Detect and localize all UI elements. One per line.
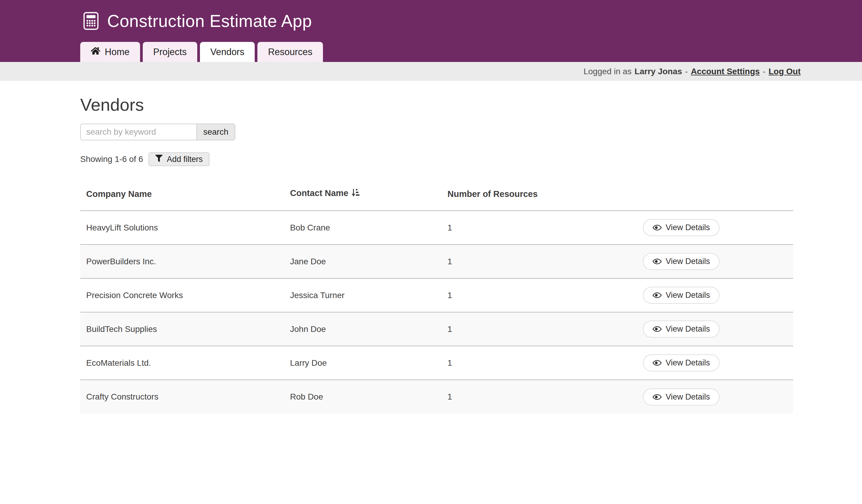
tab-vendors-label: Vendors <box>210 47 245 57</box>
company-name-cell: PowerBuilders Inc. <box>80 244 284 278</box>
company-name-cell: EcoMaterials Ltd. <box>80 346 284 380</box>
separator: - <box>685 67 688 76</box>
logged-in-prefix: Logged in as <box>584 67 631 76</box>
add-filters-label: Add filters <box>167 155 203 164</box>
calculator-icon <box>83 12 99 30</box>
tab-resources[interactable]: Resources <box>257 42 323 62</box>
company-name-cell: BuildTech Supplies <box>80 312 284 346</box>
view-details-button[interactable]: View Details <box>643 253 720 270</box>
log-out-link[interactable]: Log Out <box>769 67 801 76</box>
tab-projects[interactable]: Projects <box>143 42 197 62</box>
account-settings-link[interactable]: Account Settings <box>691 67 760 76</box>
action-cell: View Details <box>643 380 793 414</box>
column-header-contact[interactable]: Contact Name <box>284 180 442 211</box>
table-row: BuildTech Supplies John Doe 1 View Detai… <box>80 312 793 346</box>
action-cell: View Details <box>643 278 793 312</box>
table-row: PowerBuilders Inc. Jane Doe 1 View Detai… <box>80 244 793 278</box>
view-details-button[interactable]: View Details <box>643 388 720 406</box>
tab-projects-label: Projects <box>153 47 187 57</box>
eye-icon <box>653 224 662 231</box>
search-input[interactable] <box>80 123 197 141</box>
table-header-row: Company Name Contact Name Number of Reso… <box>80 180 793 211</box>
view-details-button[interactable]: View Details <box>643 287 720 304</box>
brand: Construction Estimate App <box>0 0 862 42</box>
main-content: Vendors search Showing 1-6 of 6 Add filt… <box>0 95 862 414</box>
view-details-button[interactable]: View Details <box>643 219 720 236</box>
logged-in-username: Larry Jonas <box>635 67 682 76</box>
resource-count-cell: 1 <box>442 211 643 244</box>
filter-icon <box>155 155 162 164</box>
company-name-cell: Crafty Constructors <box>80 380 284 414</box>
results-row: Showing 1-6 of 6 Add filters <box>80 152 793 166</box>
results-summary: Showing 1-6 of 6 <box>80 155 143 164</box>
table-row: Crafty Constructors Rob Doe 1 View Detai… <box>80 380 793 414</box>
separator: - <box>763 67 765 76</box>
company-name-cell: Precision Concrete Works <box>80 278 284 312</box>
action-cell: View Details <box>643 346 793 380</box>
eye-icon <box>653 292 662 299</box>
action-cell: View Details <box>643 312 793 346</box>
user-bar: Logged in as Larry Jonas - Account Setti… <box>0 62 862 81</box>
contact-name-cell: Larry Doe <box>284 346 442 380</box>
contact-name-cell: Bob Crane <box>284 211 442 244</box>
resource-count-cell: 1 <box>442 380 643 414</box>
main-nav: Home Projects Vendors Resources <box>80 42 323 62</box>
eye-icon <box>653 360 662 366</box>
table-row: HeavyLift Solutions Bob Crane 1 View Det… <box>80 211 793 244</box>
view-details-button[interactable]: View Details <box>643 354 720 371</box>
contact-name-cell: John Doe <box>284 312 442 346</box>
action-cell: View Details <box>643 244 793 278</box>
tab-home[interactable]: Home <box>80 42 140 62</box>
tab-home-label: Home <box>105 47 130 57</box>
column-header-resources[interactable]: Number of Resources <box>442 180 643 211</box>
vendors-table: Company Name Contact Name Number of Reso… <box>80 180 793 414</box>
sort-amount-down-icon <box>351 190 360 199</box>
resource-count-cell: 1 <box>442 278 643 312</box>
search-group: search <box>80 123 235 141</box>
view-details-button[interactable]: View Details <box>643 320 720 337</box>
contact-name-cell: Jane Doe <box>284 244 442 278</box>
tab-vendors[interactable]: Vendors <box>200 42 255 62</box>
home-icon <box>91 47 100 57</box>
add-filters-button[interactable]: Add filters <box>148 152 209 166</box>
eye-icon <box>653 326 662 332</box>
contact-name-cell: Rob Doe <box>284 380 442 414</box>
resource-count-cell: 1 <box>442 312 643 346</box>
eye-icon <box>653 258 662 265</box>
column-header-actions <box>643 180 793 211</box>
table-row: Precision Concrete Works Jessica Turner … <box>80 278 793 312</box>
action-cell: View Details <box>643 211 793 244</box>
resource-count-cell: 1 <box>442 244 643 278</box>
app-header: Construction Estimate App Home Projects … <box>0 0 862 62</box>
column-header-company[interactable]: Company Name <box>80 180 284 211</box>
tab-resources-label: Resources <box>268 47 312 57</box>
company-name-cell: HeavyLift Solutions <box>80 211 284 244</box>
contact-name-cell: Jessica Turner <box>284 278 442 312</box>
resource-count-cell: 1 <box>442 346 643 380</box>
page-title: Vendors <box>80 95 793 115</box>
app-title: Construction Estimate App <box>107 11 312 31</box>
table-row: EcoMaterials Ltd. Larry Doe 1 View Detai… <box>80 346 793 380</box>
eye-icon <box>653 394 662 400</box>
search-button[interactable]: search <box>196 123 235 141</box>
